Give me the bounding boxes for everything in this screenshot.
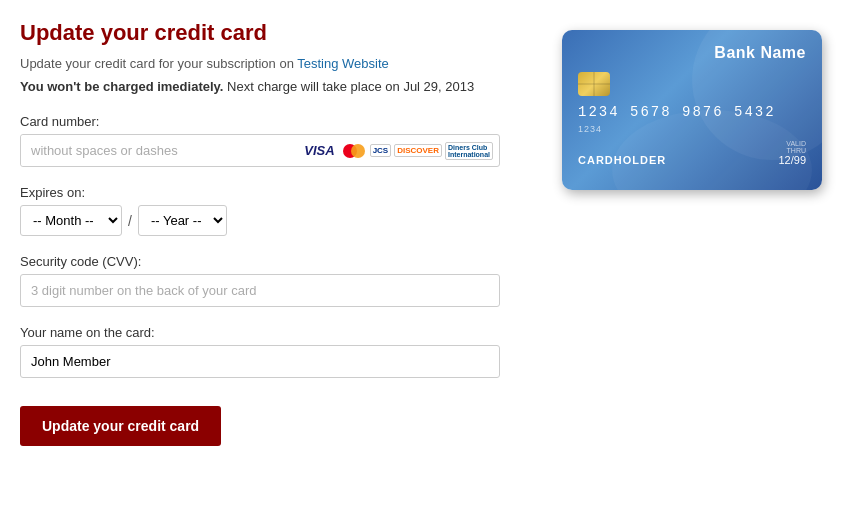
page-title: Update your credit card	[20, 20, 542, 46]
subtitle-link[interactable]: Testing Website	[297, 56, 389, 71]
year-select[interactable]: -- Year --201320142015201620172018201920…	[138, 205, 227, 236]
charge-bold: You won't be charged imediately.	[20, 79, 223, 94]
month-select[interactable]: -- Month --JanuaryFebruaryMarchAprilMayJ…	[20, 205, 122, 236]
card-number-display: 1234 5678 9876 5432	[578, 104, 806, 120]
card-number-input[interactable]	[21, 135, 301, 166]
cvv-input[interactable]	[20, 274, 500, 307]
jcb-icon: JCS	[370, 144, 392, 157]
visa-icon: VISA	[301, 140, 337, 162]
card-number-group: Card number: VISA JCS DISCOVER Diners Cl…	[20, 114, 542, 167]
discover-icon: DISCOVER	[394, 144, 442, 157]
expires-group: Expires on: -- Month --JanuaryFebruaryMa…	[20, 185, 542, 236]
expires-row: -- Month --JanuaryFebruaryMarchAprilMayJ…	[20, 205, 542, 236]
name-group: Your name on the card:	[20, 325, 542, 378]
card-icons: VISA JCS DISCOVER Diners ClubInternation…	[301, 140, 499, 162]
card-chip	[578, 72, 610, 96]
name-label: Your name on the card:	[20, 325, 542, 340]
card-cardholder: CARDHOLDER	[578, 154, 666, 166]
card-section: Bank Name 1234 5678 9876 5432 1234 CARDH…	[562, 20, 842, 446]
name-input[interactable]	[20, 345, 500, 378]
card-expiry-display: 12/99	[778, 154, 806, 166]
mastercard-icon	[343, 144, 365, 158]
cvv-label: Security code (CVV):	[20, 254, 542, 269]
card-number-wrapper: VISA JCS DISCOVER Diners ClubInternation…	[20, 134, 500, 167]
card-number-sub: 1234	[578, 124, 806, 134]
expires-label: Expires on:	[20, 185, 542, 200]
diners-icon: Diners ClubInternational	[445, 142, 493, 160]
card-valid-thru: VALIDTHRU	[778, 140, 806, 154]
page-container: Update your credit card Update your cred…	[20, 20, 842, 446]
separator: /	[128, 213, 132, 229]
card-bank-name: Bank Name	[578, 44, 806, 62]
card-bottom-row: CARDHOLDER VALIDTHRU 12/99	[578, 140, 806, 166]
credit-card-visual: Bank Name 1234 5678 9876 5432 1234 CARDH…	[562, 30, 822, 190]
subtitle: Update your credit card for your subscri…	[20, 56, 542, 71]
form-section: Update your credit card Update your cred…	[20, 20, 562, 446]
submit-button[interactable]: Update your credit card	[20, 406, 221, 446]
charge-rest: Next charge will take place on Jul 29, 2…	[227, 79, 474, 94]
charge-info: You won't be charged imediately. Next ch…	[20, 79, 542, 94]
card-number-label: Card number:	[20, 114, 542, 129]
subtitle-text: Update your credit card for your subscri…	[20, 56, 297, 71]
card-expiry-section: VALIDTHRU 12/99	[778, 140, 806, 166]
cvv-group: Security code (CVV):	[20, 254, 542, 307]
